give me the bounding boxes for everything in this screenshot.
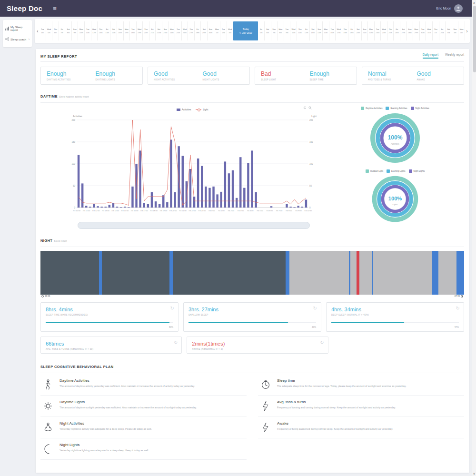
night-title: NIGHT	[40, 238, 52, 243]
chart-navigator-scrollbar[interactable]	[78, 222, 310, 229]
date-prev-arrow[interactable]: ‹	[36, 29, 40, 34]
date-cell[interactable]: Wed5th	[46, 21, 53, 40]
date-cell[interactable]: Wed10th	[290, 21, 297, 40]
refresh-icon[interactable]: ↻	[456, 306, 460, 311]
legend-item-light[interactable]: Light	[196, 108, 208, 111]
hamburger-menu-icon[interactable]: ≡	[53, 5, 57, 12]
date-cell[interactable]: Sun21st	[362, 21, 368, 40]
date-cell[interactable]: Thu11th	[297, 21, 304, 40]
date-cell[interactable]: Thu1st	[433, 21, 439, 40]
date-cell[interactable]: Thu27th	[188, 21, 195, 40]
refresh-icon[interactable]: ↻	[320, 340, 324, 345]
date-cell[interactable]: Wed24th	[381, 21, 387, 40]
date-cell[interactable]: Wed3rd	[227, 21, 234, 40]
date-cell[interactable]: Fri5th	[258, 21, 265, 40]
date-cell[interactable]: Sat15th	[110, 21, 117, 40]
date-cell[interactable]: Sat3rd	[446, 21, 452, 40]
refresh-icon[interactable]: ↻	[313, 306, 317, 311]
date-cell[interactable]: Wed17th	[336, 21, 342, 40]
sidebar-item-my-sleep-report[interactable]: My Sleep report	[3, 23, 32, 34]
date-cell-today[interactable]: Today4, July 2019	[233, 21, 258, 40]
date-cell[interactable]: Thu18th	[342, 21, 349, 40]
date-cell[interactable]: Tue2nd	[220, 21, 227, 40]
date-cell[interactable]: Mon29th	[413, 21, 420, 40]
date-cell[interactable]: Tue9th	[284, 21, 291, 40]
date-cell[interactable]: Thu25th	[387, 21, 394, 40]
tab-weekly-report[interactable]: Weekly report	[445, 53, 464, 59]
scroll-down-icon[interactable]: ∨	[473, 472, 475, 475]
magnifier-icon[interactable]	[308, 106, 312, 109]
date-cell[interactable]: Sun14th	[317, 21, 323, 40]
date-cell[interactable]: Sun7th	[271, 21, 278, 40]
avatar[interactable]	[454, 4, 463, 13]
page-scrollbar[interactable]: ∧ ∨	[472, 0, 476, 476]
legend-swatch	[409, 169, 412, 173]
date-cell[interactable]: Fri2nd	[439, 21, 446, 40]
refresh-icon[interactable]: ↻	[174, 340, 178, 345]
date-cell-num: 11th	[86, 31, 90, 34]
date-cell-day: Tue	[286, 28, 289, 30]
date-cell[interactable]: Mon5th	[458, 21, 465, 40]
date-cell[interactable]: Wed19th	[137, 21, 143, 40]
date-cell[interactable]: Wed26th	[182, 21, 188, 40]
lights-donut-chart[interactable]: 100%Lights	[370, 174, 420, 224]
date-cell[interactable]: Thu20th	[143, 21, 149, 40]
date-cell[interactable]: Sat27th	[400, 21, 407, 40]
night-sleep-timeline[interactable]	[40, 251, 464, 295]
date-cell[interactable]: Fri19th	[348, 21, 355, 40]
date-cell[interactable]: Mon1st	[214, 21, 221, 40]
date-cell[interactable]: Mon10th	[78, 21, 85, 40]
sidebar-item-sleep-coach[interactable]: Sleep coach›	[3, 34, 32, 44]
legend-item-activities[interactable]: Activities	[177, 108, 191, 111]
date-cell[interactable]: Sat22nd	[156, 21, 162, 40]
date-cell[interactable]: Sat8th	[65, 21, 72, 40]
date-cell[interactable]: Mon17th	[124, 21, 130, 40]
date-cell[interactable]: Tue4th	[40, 21, 46, 40]
refresh-icon[interactable]: ↻	[170, 306, 174, 311]
date-cell[interactable]: Mon24th	[169, 21, 176, 40]
date-cell[interactable]: Fri14th	[104, 21, 111, 40]
bolt-icon	[261, 421, 272, 435]
date-cell[interactable]: Tue23rd	[375, 21, 381, 40]
date-cell[interactable]: Thu13th	[98, 21, 104, 40]
date-cell[interactable]: Fri7th	[59, 21, 66, 40]
scrollbar-thumb[interactable]	[473, 6, 476, 72]
date-cell[interactable]: Tue25th	[175, 21, 182, 40]
refresh-icon[interactable]	[303, 106, 307, 109]
date-cell[interactable]: Wed12th	[91, 21, 98, 40]
date-cell[interactable]: Wed31st	[426, 21, 433, 40]
date-cell[interactable]: Sun9th	[72, 21, 79, 40]
date-cell[interactable]: Tue11th	[85, 21, 91, 40]
legend-item-evening-activities[interactable]: Evening Activities	[386, 107, 407, 110]
date-cell[interactable]: Fri28th	[195, 21, 201, 40]
date-cell[interactable]: Tue16th	[329, 21, 336, 40]
date-cell[interactable]: Sun30th	[208, 21, 214, 40]
activities-donut-chart[interactable]: 100%Activities	[368, 111, 422, 165]
daytime-combo-chart[interactable]: ActivitiesLight0050501001001501502002007…	[59, 113, 325, 219]
date-cell[interactable]: Tue30th	[420, 21, 426, 40]
date-cell[interactable]: Sat20th	[355, 21, 362, 40]
date-cell[interactable]: Mon22nd	[368, 21, 375, 40]
tab-daily-report[interactable]: Daily report	[423, 53, 438, 59]
date-cell[interactable]: Fri21st	[149, 21, 156, 40]
date-cell[interactable]: Mon8th	[278, 21, 284, 40]
legend-item-outdoor-light[interactable]: Outdoor Light	[366, 169, 383, 173]
date-cell[interactable]: Fri26th	[394, 21, 400, 40]
legend-item-night-lights[interactable]: Night Lights	[409, 169, 425, 173]
date-cell[interactable]: Fri12th	[303, 21, 310, 40]
date-next-arrow[interactable]: ›	[465, 29, 469, 34]
date-cell[interactable]: Tue18th	[130, 21, 137, 40]
legend-item-night-activities[interactable]: Night Activities	[411, 107, 429, 110]
scroll-up-icon[interactable]: ∧	[473, 1, 475, 4]
date-cell[interactable]: Sun23rd	[162, 21, 169, 40]
date-cell[interactable]: Mon15th	[323, 21, 329, 40]
date-cell[interactable]: Thu6th	[52, 21, 59, 40]
date-cell[interactable]: Sat13th	[310, 21, 317, 40]
date-cell[interactable]: Sat6th	[265, 21, 271, 40]
date-cell[interactable]: Sun16th	[117, 21, 124, 40]
date-cell[interactable]: Sun4th	[452, 21, 459, 40]
legend-item-evening-lights[interactable]: Evening Lights	[387, 169, 406, 173]
legend-item-daytime-activities[interactable]: Daytime Activities	[361, 107, 382, 110]
date-cell[interactable]: Sat29th	[201, 21, 208, 40]
date-cell[interactable]: Sun28th	[407, 21, 414, 40]
